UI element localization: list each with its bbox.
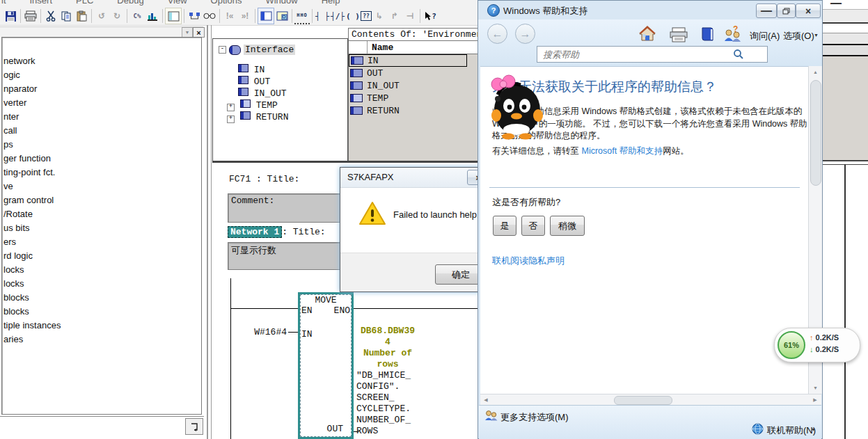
out-operand-symbol[interactable]: "DB_HMICE_ CONFIG". SCREEN_ CYCLETYPE. N…: [356, 370, 426, 437]
menu-window[interactable]: Window: [265, 0, 297, 6]
tree-item[interactable]: tiple instances: [2, 319, 201, 333]
horizontal-scrollbar[interactable]: ◀ ▶: [480, 394, 821, 406]
book-icon[interactable]: [700, 26, 716, 45]
fc-title[interactable]: FC71 : Title:: [229, 174, 299, 184]
copy-icon[interactable]: [58, 8, 74, 24]
somewhat-button[interactable]: 稍微: [550, 216, 585, 236]
close-branch-icon[interactable]: ↱: [387, 8, 402, 24]
restore-button[interactable]: [777, 3, 796, 18]
tree-item[interactable]: rd logic: [2, 249, 201, 263]
catalog-dropdown-button[interactable]: ▼: [182, 27, 193, 38]
tree-item[interactable]: ve: [2, 179, 201, 193]
tree-item[interactable]: blocks: [2, 305, 201, 319]
undo-icon[interactable]: ↺: [94, 8, 109, 24]
interface-child[interactable]: IN: [238, 64, 288, 76]
menu-help[interactable]: Help: [322, 0, 340, 6]
detail-layout-icon[interactable]: [274, 8, 290, 24]
in-operand[interactable]: W#16#4: [240, 327, 287, 337]
online-help-link[interactable]: 联机帮助(N): [767, 424, 816, 437]
dialog-titlebar[interactable]: S7KAFAPX ×: [340, 168, 481, 188]
tree-item[interactable]: ting-point fct.: [2, 166, 201, 179]
paste-icon[interactable]: [74, 8, 89, 24]
tree-item[interactable]: ers: [2, 235, 201, 249]
net-speed-widget[interactable]: 61% ↑ 0.2K/S ↓ 0.2K/S: [774, 328, 860, 362]
open-branch-icon[interactable]: ↳: [372, 8, 387, 24]
tree-item[interactable]: aries: [2, 333, 201, 346]
privacy-link[interactable]: 联机阅读隐私声明: [492, 255, 565, 267]
next-error-icon[interactable]: »!: [237, 8, 253, 24]
options-label[interactable]: 选项(O): [783, 30, 814, 42]
online-help-caret-icon[interactable]: ▼: [811, 427, 816, 432]
pane-divider[interactable]: [207, 25, 208, 439]
hscroll-thumb[interactable]: [614, 396, 672, 405]
network-label[interactable]: Network 1: [228, 226, 282, 238]
menu-options[interactable]: Options: [211, 0, 242, 6]
minimize-button[interactable]: —: [756, 3, 777, 18]
yes-button[interactable]: 是: [493, 216, 516, 236]
tree-item[interactable]: ps: [2, 138, 201, 152]
redo-icon[interactable]: ↻: [109, 8, 125, 24]
ask-people-icon[interactable]: ?: [723, 25, 743, 46]
scroll-down-button[interactable]: ▼: [809, 382, 822, 394]
help-cursor-icon[interactable]: ?: [423, 8, 438, 24]
name-column-header[interactable]: Name: [368, 42, 393, 53]
tree-item[interactable]: network: [2, 54, 201, 68]
print-icon[interactable]: [669, 27, 688, 45]
interface-child[interactable]: + TEMP: [227, 99, 288, 111]
cut-icon[interactable]: [43, 8, 58, 24]
tree-item[interactable]: /Rotate: [2, 207, 201, 221]
scroll-up-button[interactable]: ▲: [809, 66, 822, 78]
menu-plc[interactable]: PLC: [76, 0, 93, 6]
home-icon[interactable]: [638, 25, 656, 45]
tree-item[interactable]: locks: [2, 263, 201, 277]
bg-minimize-button[interactable]: —: [830, 0, 842, 10]
no-button[interactable]: 否: [521, 216, 545, 236]
catalog-close-button[interactable]: ×: [193, 27, 205, 38]
ask-label[interactable]: 询问(A): [750, 30, 780, 42]
more-support-link[interactable]: 更多支持选项(M): [500, 411, 569, 424]
interface-root-label[interactable]: Interface: [244, 45, 295, 55]
move-block[interactable]: MOVE EN ENO IN OUT: [298, 292, 354, 439]
menu-insert[interactable]: Insert: [30, 0, 53, 6]
program-blocks-icon[interactable]: [145, 8, 160, 24]
contact-nc-icon[interactable]: ┤/├: [330, 8, 345, 24]
search-icon[interactable]: [733, 49, 744, 63]
scroll-left-button[interactable]: ◀: [480, 394, 491, 406]
penguin-pet[interactable]: [482, 74, 549, 143]
network-connection-icon[interactable]: [187, 8, 202, 24]
menu-debug[interactable]: Debug: [117, 0, 143, 6]
tree-item[interactable]: blocks: [2, 291, 201, 305]
ok-button[interactable]: 确定: [435, 264, 482, 285]
overview-layout-icon[interactable]: [258, 8, 274, 24]
tree-item[interactable]: nter: [2, 110, 201, 124]
empty-box-icon[interactable]: ??: [361, 11, 372, 21]
interface-child[interactable]: + RETURN: [227, 111, 288, 123]
goto-button[interactable]: [185, 418, 203, 435]
microsoft-support-link[interactable]: Microsoft 帮助和支持: [581, 146, 663, 156]
table-row[interactable]: IN: [349, 54, 467, 67]
tree-item[interactable]: ger function: [2, 152, 201, 166]
previous-error-icon[interactable]: !«: [222, 8, 237, 24]
tree-item[interactable]: nparator: [2, 82, 201, 96]
sidebar-toggle-icon[interactable]: [165, 8, 182, 24]
scroll-thumb[interactable]: [810, 80, 821, 186]
save-icon[interactable]: [3, 8, 18, 24]
menu-edit[interactable]: it: [1, 0, 6, 6]
coil-icon[interactable]: ( ): [345, 8, 361, 24]
interface-child[interactable]: IN_OUT: [238, 88, 288, 99]
monitor-glasses-icon[interactable]: [202, 8, 217, 24]
tree-item[interactable]: verter: [2, 96, 201, 110]
out-operand-olive[interactable]: DB68.DBW39 4 Number of rows: [356, 326, 420, 370]
call-structure-icon[interactable]: C%: [129, 8, 145, 24]
scroll-right-button[interactable]: ▶: [810, 394, 821, 406]
tree-item[interactable]: call: [2, 124, 201, 138]
tree-item[interactable]: locks: [2, 277, 201, 291]
close-button[interactable]: ×: [796, 3, 821, 18]
interface-child[interactable]: OUT: [238, 76, 288, 88]
tree-item[interactable]: gram control: [2, 193, 201, 207]
tree-item[interactable]: ogic: [2, 68, 201, 82]
forward-button[interactable]: →: [515, 24, 535, 44]
options-caret-icon[interactable]: ▼: [814, 33, 819, 38]
collapse-box[interactable]: -: [219, 46, 226, 54]
back-button[interactable]: ←: [487, 24, 507, 44]
